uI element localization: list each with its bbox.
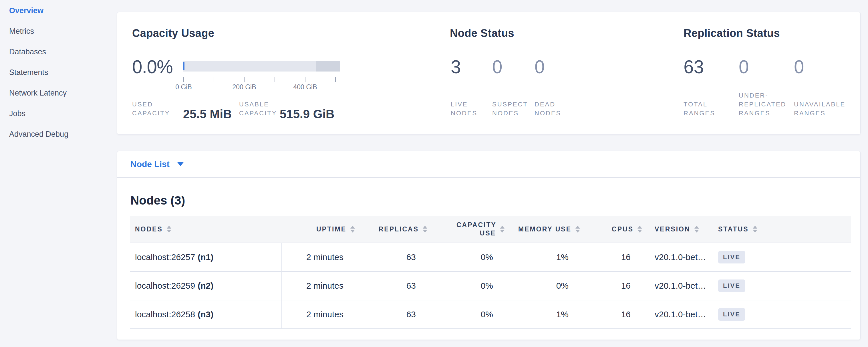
node-id: (n2)	[197, 281, 213, 290]
table-row-node-2[interactable]: localhost:26259(n2) 2 minutes 63 0% 0% 1…	[130, 272, 851, 300]
used-capacity-label: USED CAPACITY	[132, 100, 182, 118]
node-address: localhost:26259	[135, 281, 195, 290]
capacity-use-cell: 0%	[420, 243, 497, 272]
column-header-capacity-use[interactable]: CAPACITY USE	[420, 216, 497, 243]
capacity-usage-bar	[183, 61, 340, 71]
nodes-table-header-row: NODES UPTIME REPLICAS CAPACITY USE MEMOR…	[130, 216, 851, 243]
version-cell: v20.1.0-bet…	[634, 272, 706, 300]
dead-nodes-value: 0	[534, 58, 580, 77]
column-header-label: VERSION	[655, 225, 690, 233]
axis-tick	[305, 77, 305, 82]
replicas-cell: 63	[347, 272, 420, 300]
column-header-status[interactable]: STATUS	[706, 216, 851, 243]
column-header-replicas[interactable]: REPLICAS	[347, 216, 420, 243]
chevron-down-icon[interactable]	[177, 162, 184, 166]
status-cell: LIVE	[706, 243, 851, 272]
axis-tick-label: 200 GiB	[232, 83, 256, 91]
sidebar: Overview Metrics Databases Statements Ne…	[0, 0, 117, 347]
axis-tick	[214, 77, 214, 82]
sort-icon[interactable]	[167, 226, 171, 232]
nodes-table: NODES UPTIME REPLICAS CAPACITY USE MEMOR…	[130, 216, 851, 329]
sort-icon[interactable]	[423, 226, 427, 232]
cluster-overview-card: Capacity Usage 0.0% 0 GiB 200 GiB 400 Gi…	[117, 12, 861, 134]
axis-tick	[335, 77, 336, 82]
node-address-cell: localhost:26257(n1)	[130, 243, 282, 272]
axis-tick	[183, 77, 184, 82]
under-replicated-ranges-value: 0	[739, 58, 794, 77]
unavailable-ranges-label: UNAVAILABLE RANGES	[794, 100, 863, 118]
node-address-cell: localhost:26258(n3)	[130, 300, 282, 329]
node-list-card: Node List Nodes (3) NODES UPTIME REPLICA…	[117, 151, 861, 340]
uptime-cell: 2 minutes	[282, 243, 347, 272]
sort-icon[interactable]	[694, 226, 699, 232]
memory-use-cell: 1%	[497, 300, 572, 329]
sidebar-item-metrics[interactable]: Metrics	[9, 28, 117, 35]
version-cell: v20.1.0-bet…	[634, 300, 706, 329]
memory-use-cell: 0%	[497, 272, 572, 300]
under-replicated-ranges-label: UNDER-REPLICATED RANGES	[739, 91, 794, 118]
capacity-bar-reserved-segment	[316, 61, 340, 71]
suspect-nodes-value: 0	[492, 58, 534, 77]
column-header-label: CPUS	[612, 225, 633, 233]
node-status-labels: LIVE NODES SUSPECT NODES DEAD NODES	[451, 100, 580, 118]
sort-icon[interactable]	[350, 226, 355, 232]
sort-icon[interactable]	[753, 226, 757, 232]
replication-status-labels: TOTAL RANGES UNDER-REPLICATED RANGES UNA…	[684, 91, 863, 118]
column-header-version[interactable]: VERSION	[634, 216, 706, 243]
capacity-usage-title: Capacity Usage	[132, 27, 214, 39]
node-address-cell: localhost:26259(n2)	[130, 272, 282, 300]
total-ranges-label: TOTAL RANGES	[684, 100, 739, 118]
sort-icon[interactable]	[576, 226, 580, 232]
column-header-label: MEMORY USE	[518, 225, 571, 233]
axis-tick-label: 400 GiB	[293, 83, 317, 91]
table-row-node-1[interactable]: localhost:26257(n1) 2 minutes 63 0% 1% 1…	[130, 243, 851, 272]
cpus-cell: 16	[572, 300, 634, 329]
axis-tick	[244, 77, 245, 82]
sidebar-item-databases[interactable]: Databases	[9, 48, 117, 56]
sidebar-item-overview[interactable]: Overview	[9, 7, 117, 14]
capacity-bar-used-segment	[183, 62, 184, 70]
sidebar-item-jobs[interactable]: Jobs	[9, 110, 117, 118]
sidebar-item-network-latency[interactable]: Network Latency	[9, 89, 117, 97]
column-header-uptime[interactable]: UPTIME	[282, 216, 347, 243]
node-status-values: 3 0 0	[451, 58, 580, 77]
unavailable-ranges-value: 0	[794, 58, 863, 77]
axis-tick	[275, 77, 275, 82]
capacity-use-cell: 0%	[420, 272, 497, 300]
version-cell: v20.1.0-bet…	[634, 243, 706, 272]
capacity-use-cell: 0%	[420, 300, 497, 329]
live-nodes-label: LIVE NODES	[451, 100, 492, 118]
sidebar-item-statements[interactable]: Statements	[9, 69, 117, 76]
sort-icon[interactable]	[500, 226, 504, 232]
live-nodes-value: 3	[451, 58, 492, 77]
column-header-label: NODES	[135, 225, 163, 233]
status-badge: LIVE	[718, 251, 745, 263]
memory-use-cell: 1%	[497, 243, 572, 272]
uptime-cell: 2 minutes	[282, 300, 347, 329]
axis-tick-label: 0 GiB	[175, 83, 192, 91]
capacity-used-percent: 0.0%	[132, 58, 173, 77]
status-badge: LIVE	[718, 308, 745, 321]
sort-icon[interactable]	[638, 226, 642, 232]
total-ranges-value: 63	[684, 58, 739, 77]
column-header-memory-use[interactable]: MEMORY USE	[497, 216, 572, 243]
dead-nodes-label: DEAD NODES	[534, 100, 580, 118]
nodes-count-heading: Nodes (3)	[130, 194, 185, 208]
replication-status-title: Replication Status	[684, 27, 780, 39]
column-header-label: STATUS	[718, 225, 749, 233]
column-header-cpus[interactable]: CPUS	[572, 216, 634, 243]
node-id: (n1)	[197, 252, 213, 262]
suspect-nodes-label: SUSPECT NODES	[492, 100, 534, 118]
column-header-nodes[interactable]: NODES	[130, 216, 282, 243]
node-list-dropdown[interactable]: Node List	[117, 151, 860, 178]
status-cell: LIVE	[706, 300, 851, 329]
sidebar-item-advanced-debug[interactable]: Advanced Debug	[9, 130, 117, 138]
used-capacity-value: 25.5 MiB	[183, 107, 231, 121]
table-row-node-3[interactable]: localhost:26258(n3) 2 minutes 63 0% 1% 1…	[130, 300, 851, 329]
replication-status-values: 63 0 0	[684, 58, 863, 77]
sidebar-nav-list: Overview Metrics Databases Statements Ne…	[9, 7, 117, 138]
node-list-dropdown-label: Node List	[130, 159, 169, 169]
node-address: localhost:26258	[135, 310, 195, 319]
column-header-label: REPLICAS	[379, 225, 419, 233]
status-badge: LIVE	[718, 280, 745, 292]
